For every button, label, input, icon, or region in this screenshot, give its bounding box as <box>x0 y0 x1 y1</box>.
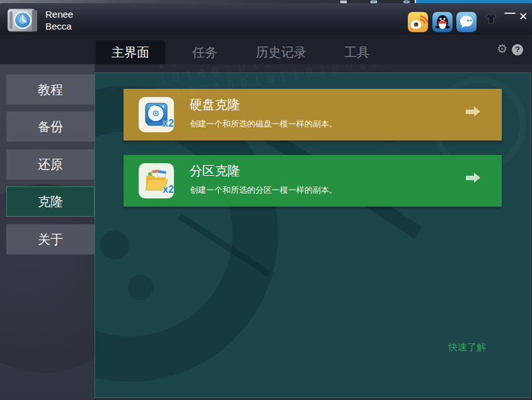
tab-tools[interactable]: 工具 <box>332 40 382 64</box>
weibo-icon[interactable] <box>408 12 428 32</box>
card-title: 硬盘克隆 <box>190 96 240 113</box>
screw-decor <box>128 275 153 300</box>
main-panel: x2 硬盘克隆 创建一个和所选的磁盘一模一样的副本。 <box>95 72 531 398</box>
screen: 0110100101101001011010010110100101101001… <box>0 0 532 400</box>
minimize-button[interactable]: — <box>504 7 516 20</box>
x2-badge: x2 <box>163 118 174 129</box>
card-title: 分区克隆 <box>190 163 240 180</box>
sidebar-item-restore[interactable]: 还原 <box>6 149 95 180</box>
tab-main-interface[interactable]: 主界面 <box>96 40 165 64</box>
gear-icon[interactable]: ⚙ <box>497 42 507 56</box>
arrow-right-icon[interactable] <box>466 176 474 180</box>
tab-history[interactable]: 历史记录 <box>250 40 313 64</box>
app-title-line2: Becca <box>45 20 73 32</box>
skin-icon[interactable] <box>485 13 497 24</box>
app-title-line1: Renee <box>45 8 73 20</box>
help-icon[interactable]: ? <box>512 44 523 55</box>
title-bar: Renee Becca <box>0 3 532 35</box>
sidebar: 教程 备份 还原 克隆 关于 <box>0 64 95 400</box>
sidebar-item-tutorial[interactable]: 教程 <box>6 74 95 105</box>
sidebar-item-backup[interactable]: 备份 <box>6 111 95 142</box>
tab-bar: 主界面 任务 历史记录 工具 ⚙ ? <box>0 35 532 64</box>
card-description: 创建一个和所选的磁盘一模一样的副本。 <box>190 118 337 130</box>
quick-learn-link[interactable]: 快速了解 <box>448 341 486 353</box>
card-description: 创建一个和所选的分区一模一样的副本。 <box>190 185 337 196</box>
app-window: 0110100101101001011010010110100101101001… <box>0 3 532 400</box>
screw-decor <box>100 231 129 260</box>
tab-tasks[interactable]: 任务 <box>180 40 230 64</box>
chat-bubble-icon[interactable] <box>456 12 477 32</box>
card-disk-clone[interactable]: x2 硬盘克隆 创建一个和所选的磁盘一模一样的副本。 <box>124 89 502 140</box>
qq-icon[interactable] <box>432 12 453 32</box>
app-title: Renee Becca <box>45 8 73 32</box>
sidebar-item-clone[interactable]: 克隆 <box>6 186 95 217</box>
arrow-right-icon[interactable] <box>466 110 474 114</box>
card-partition-clone[interactable]: x2 分区克隆 创建一个和所选的分区一模一样的副本。 <box>124 155 502 207</box>
body-area: 教程 备份 还原 克隆 关于 <box>0 64 532 400</box>
sidebar-item-about[interactable]: 关于 <box>6 224 95 254</box>
close-button[interactable]: ✕ <box>516 10 530 23</box>
x2-badge: x2 <box>163 184 174 195</box>
app-logo-safe-icon <box>6 7 41 33</box>
